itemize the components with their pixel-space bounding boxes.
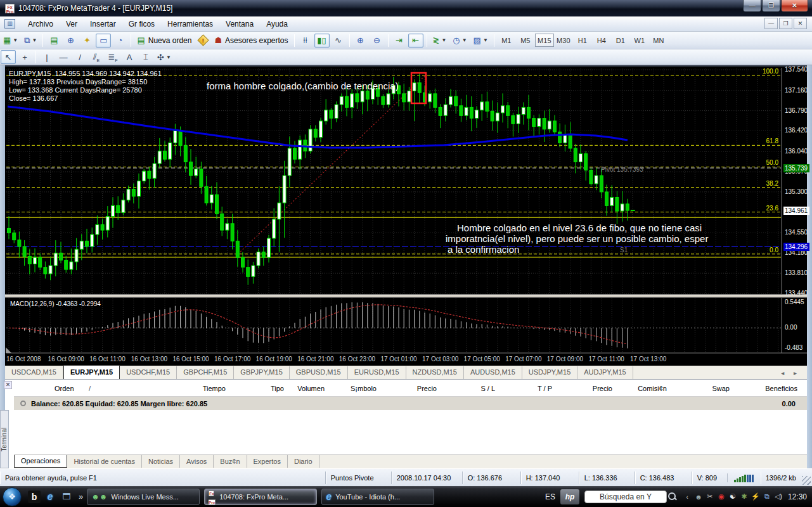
task-button-fxpro[interactable]: FxPro104708: FxPro Meta... (204, 489, 317, 505)
terminal-tab-diario[interactable]: Diario (288, 455, 319, 468)
terminal-close-button[interactable]: ✕ (4, 381, 12, 389)
tray-user-icon[interactable]: ☻ (694, 493, 703, 501)
symbol-tab-gbpchf[interactable]: GBPCHF,M15 (177, 366, 234, 379)
tray-power-icon[interactable]: ⚡ (751, 492, 760, 501)
child-restore-button[interactable]: ❐ (779, 18, 792, 29)
chart-shift-button[interactable]: ⇤ (408, 34, 423, 48)
timeframe-m15[interactable]: M15 (535, 34, 554, 47)
terminal-tab-avisos[interactable]: Avisos (180, 455, 214, 468)
panel-separator[interactable] (5, 294, 807, 298)
task-button-messenger[interactable]: ☻☻Windows Live Mess... (87, 489, 200, 505)
text-label-tool-button[interactable]: ⌶ (138, 50, 153, 64)
zoom-in-button[interactable]: ⊕ (353, 34, 368, 48)
terminal-tab-operaciones[interactable]: Operaciones (14, 455, 67, 468)
search-icon[interactable] (668, 492, 676, 501)
menu-item-archivo[interactable]: Archivo (22, 18, 60, 30)
timeframe-mn[interactable]: MN (649, 34, 668, 47)
quick-launch-ie-icon[interactable]: e (43, 490, 57, 504)
terminal-tab-historial-de-cuentas[interactable]: Historial de cuentas (67, 455, 142, 468)
resize-grip[interactable] (802, 476, 811, 485)
new-order-button[interactable]: ▤Nueva orden (134, 34, 194, 48)
strategy-tester-button[interactable]: ◔ (112, 34, 127, 48)
new-chart-button[interactable]: ▦▼ (1, 34, 20, 48)
menu-item-ventana[interactable]: Ventana (219, 18, 260, 30)
child-window-icon[interactable]: ▥ (4, 19, 15, 29)
timeframe-m30[interactable]: M30 (554, 34, 573, 47)
search-box[interactable]: Búsqueda en Y (584, 491, 667, 503)
chart-plot-area[interactable] (6, 68, 781, 353)
quick-launch-show-desktop-icon[interactable]: 🗖 (60, 490, 74, 504)
task-button-ie[interactable]: eYouTube - Idiota (h... (321, 489, 434, 505)
expert-advisors-button[interactable]: ☗Asesores expertos (212, 34, 290, 48)
fibonacci-tool-button[interactable]: ≣F (105, 50, 120, 64)
tab-scroll-arrows[interactable]: ◂ ▸ (781, 369, 801, 376)
symbol-tab-eurusd[interactable]: EURUSD,M15 (348, 366, 406, 379)
bar-chart-button[interactable]: ⍿⍿ (298, 34, 313, 48)
column-header-volumen[interactable]: Volumen (297, 385, 325, 392)
hp-logo[interactable]: hp (560, 489, 579, 504)
candlestick-chart-button[interactable]: ▮▯ (314, 34, 330, 48)
tray-antivirus-icon[interactable]: ◉ (717, 492, 726, 501)
templates-button[interactable]: ▨▼ (471, 34, 491, 48)
tray-network-icon[interactable]: ⧉ (763, 492, 771, 501)
line-chart-button[interactable]: ∿ (331, 34, 346, 48)
terminal-button[interactable]: ▭ (96, 34, 111, 48)
minimize-button[interactable]: — (743, 0, 761, 12)
trendline-tool-button[interactable]: / (72, 50, 87, 64)
profiles-button[interactable]: ⧉▼ (22, 34, 39, 48)
column-header-beneficios[interactable]: Beneficios (765, 385, 797, 392)
quick-launch-b-icon[interactable]: b (28, 491, 41, 503)
arrows-tool-button[interactable]: ✣▼ (155, 50, 174, 64)
timeframe-w1[interactable]: W1 (630, 34, 649, 47)
restore-button[interactable]: ❐ (762, 0, 780, 12)
tray-panda-icon[interactable]: ☯ (728, 492, 737, 501)
column-header-comisin[interactable]: Comisi¢n (638, 385, 667, 392)
terminal-side-tab[interactable]: Terminal (0, 410, 9, 468)
column-header-smbolo[interactable]: S¡mbolo (351, 385, 377, 392)
crosshair-tool-button[interactable]: + (17, 50, 32, 64)
column-header-swap[interactable]: Swap (712, 385, 730, 392)
metaeditor-alert-button[interactable]: ! (195, 34, 210, 48)
child-close-button[interactable]: ✕ (794, 18, 807, 29)
symbol-tab-gbpjpy[interactable]: GBPJPY,M15 (234, 366, 289, 379)
terminal-tab-noticias[interactable]: Noticias (142, 455, 180, 468)
menu-item-ver[interactable]: Ver (60, 18, 84, 30)
text-tool-button[interactable]: A (122, 50, 137, 64)
timeframe-d1[interactable]: D1 (611, 34, 630, 47)
column-header-precio[interactable]: Precio (417, 385, 437, 392)
symbol-tab-gbpusd[interactable]: GBPUSD,M15 (290, 366, 348, 379)
menu-item-insertar[interactable]: Insertar (84, 18, 122, 30)
horizontal-line-tool-button[interactable]: — (56, 50, 71, 64)
column-header-orden[interactable]: Orden (55, 385, 74, 392)
terminal-tab-buz-n[interactable]: Buz¢n (214, 455, 247, 468)
close-button[interactable]: ✕ (781, 0, 808, 12)
symbol-tab-nzdusd[interactable]: NZDUSD,M15 (406, 366, 464, 379)
auto-scroll-button[interactable]: ⇥ (392, 34, 407, 48)
cursor-tool-button[interactable]: ↖ (1, 50, 16, 64)
tray-wireless-off-icon[interactable]: ✱ (740, 492, 749, 501)
menu-item-grficos[interactable]: Gr ficos (122, 18, 161, 30)
language-indicator[interactable]: ES (545, 492, 555, 501)
timeframe-h4[interactable]: H4 (592, 34, 611, 47)
data-window-button[interactable]: ⊕ (63, 34, 78, 48)
symbol-tab-usdchf[interactable]: USDCHF,M15 (120, 366, 177, 379)
equidistant-channel-tool-button[interactable]: ⫽E (89, 50, 104, 64)
periods-button[interactable]: ◷▼ (450, 34, 469, 48)
navigator-button[interactable]: ✦ (79, 34, 94, 48)
tray-cut-icon[interactable]: ✂ (706, 492, 714, 501)
child-minimize-button[interactable]: — (764, 18, 778, 29)
column-header-tiempo[interactable]: Tiempo (203, 385, 226, 392)
quick-launch-overflow[interactable]: » (79, 492, 83, 501)
column-header-tp[interactable]: T / P (538, 385, 552, 392)
symbol-tab-usdjpy[interactable]: USDJPY,M15 (522, 366, 577, 379)
price-scale[interactable]: 137.540137.160136.790136.420136.040135.6… (783, 65, 807, 366)
tray-volume-icon[interactable]: ◁) (774, 492, 783, 501)
indicators-button[interactable]: ≷▼ (430, 34, 449, 48)
column-header-tipo[interactable]: Tipo (271, 385, 284, 392)
symbol-tab-eurjpy[interactable]: EURJPY,M15 (63, 365, 120, 379)
column-header-sl[interactable]: S / L (480, 385, 495, 392)
timeframe-m1[interactable]: M1 (497, 34, 516, 47)
start-button[interactable]: ❖ (3, 487, 22, 506)
timeframe-m5[interactable]: M5 (516, 34, 535, 47)
taskbar-clock[interactable]: 12:30 (788, 492, 807, 501)
